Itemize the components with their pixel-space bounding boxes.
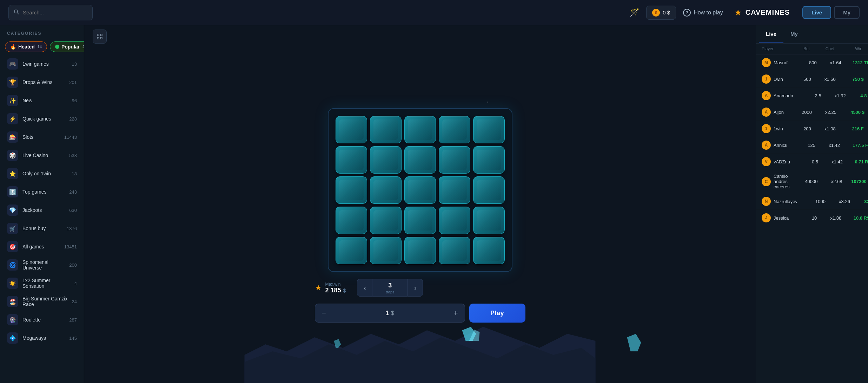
star-icon: ★ [315, 283, 322, 292]
sidebar-item-spinomenal[interactable]: 🌀 Spinomenal Universe 200 [0, 256, 84, 274]
sidebar-item-all-games[interactable]: 🎯 All games 13451 [0, 238, 84, 256]
my-tab-button[interactable]: My [834, 6, 860, 19]
grid-cell-12[interactable] [404, 176, 436, 204]
categories-label: CATEGORIES [0, 25, 84, 39]
sidebar-item-icon: 🎡 [7, 314, 18, 325]
leaderboard-tab-live[interactable]: Live [759, 25, 783, 43]
sidebar-item-icon: 🎮 [7, 58, 18, 70]
sidebar-item-1x2-summer[interactable]: ☀️ 1x2 Summer Sensation 4 [0, 274, 84, 292]
sidebar-item-roulette[interactable]: 🎡 Roulette 287 [0, 311, 84, 329]
grid-cell-20[interactable] [336, 237, 367, 264]
bet-decrease-button[interactable]: − [315, 304, 333, 323]
grid-cell-22[interactable] [404, 237, 436, 264]
sidebar-item-icon: 🏖️ [7, 296, 18, 307]
sidebar-item-megaways[interactable]: 💠 Megaways 145 [0, 329, 84, 347]
grid-cell-0[interactable] [336, 116, 367, 143]
lb-win: 4500 $ [836, 110, 864, 115]
balance-button[interactable]: $ 0 $ [646, 6, 676, 20]
grid-cell-18[interactable] [439, 207, 470, 234]
lb-bet: 200 [783, 126, 811, 131]
grid-cell-8[interactable] [439, 146, 470, 174]
sidebar-item-label: Drops & Wins [22, 79, 65, 85]
grid-cell-inner [442, 180, 467, 200]
grid-cell-3[interactable] [439, 116, 470, 143]
lb-win: 4.8 R$ [846, 93, 868, 98]
sidebar-item-big-summer[interactable]: 🏖️ Big Summer Gamzix Race 24 [0, 292, 84, 311]
sidebar-item-drops-wins[interactable]: 🏆 Drops & Wins 201 [0, 73, 84, 91]
grid-cell-19[interactable] [473, 207, 505, 234]
sidebar-item-icon: ✨ [7, 95, 18, 106]
grid-cell-23[interactable] [439, 237, 470, 264]
sidebar-item-label: 1x2 Summer Sensation [22, 278, 70, 289]
search-input[interactable] [23, 9, 87, 15]
grid-cell-10[interactable] [336, 176, 367, 204]
lb-bet: 40000 [790, 179, 818, 184]
traps-increase-button[interactable]: › [408, 279, 423, 297]
lb-win: 3260 $ [850, 199, 868, 204]
expand-button[interactable] [93, 30, 107, 44]
coin-icon: $ [652, 9, 660, 17]
live-tab-button[interactable]: Live [802, 6, 831, 19]
bet-increase-button[interactable]: + [447, 304, 465, 323]
sidebar-item-label: Jackpots [22, 207, 65, 213]
grid-cell-inner [339, 210, 364, 231]
sidebar-item-count: 630 [69, 208, 77, 213]
grid-cell-11[interactable] [370, 176, 402, 204]
grid-cell-1[interactable] [370, 116, 402, 143]
sidebar-item-icon: 🎰 [7, 131, 18, 143]
grid-cell-5[interactable] [336, 146, 367, 174]
grid-cell-17[interactable] [404, 207, 436, 234]
lb-win: 0.71 R$ [843, 159, 868, 164]
traps-decrease-button[interactable]: ‹ [357, 279, 372, 297]
svg-rect-2 [97, 34, 99, 36]
avatar: A [762, 91, 771, 100]
grid-cell-21[interactable] [370, 237, 402, 264]
lb-coef: x1.08 [817, 215, 841, 221]
sidebar-item-bonus-buy[interactable]: 🛒 Bonus buy 1376 [0, 219, 84, 238]
grid-cell-9[interactable] [473, 146, 505, 174]
grid-cell-4[interactable] [473, 116, 505, 143]
how-to-play-button[interactable]: ? How to play [683, 9, 723, 17]
grid-cell-24[interactable] [473, 237, 505, 264]
play-button[interactable]: Play [469, 304, 525, 323]
sidebar-item-slots[interactable]: 🎰 Slots 11443 [0, 128, 84, 146]
sidebar-item-label: Live Casino [22, 152, 65, 158]
sidebar-item-1win-games[interactable]: 🎮 1win games 13 [0, 55, 84, 73]
player-name: Annick [774, 143, 787, 148]
grid-cell-inner [408, 240, 432, 261]
sidebar-item-popular[interactable]: Popular 216 [50, 41, 84, 52]
sidebar-item-new[interactable]: ✨ New 96 [0, 91, 84, 110]
grid-cell-14[interactable] [473, 176, 505, 204]
grid-cell-6[interactable] [370, 146, 402, 174]
game-topbar [84, 25, 756, 48]
sidebar-item-top-games[interactable]: 🔝 Top games 243 [0, 183, 84, 201]
sidebar-item-quick-games[interactable]: ⚡ Quick games 228 [0, 110, 84, 128]
topbar: 🪄 $ 0 $ ? How to play ★ CAVEMINES Live M… [0, 0, 868, 25]
leaderboard-tab-my[interactable]: My [783, 25, 805, 43]
grid-cell-2[interactable] [404, 116, 436, 143]
sidebar-item-label: Only on 1win [22, 171, 68, 176]
grid-cell-7[interactable] [404, 146, 436, 174]
grid-cell-inner [477, 150, 501, 170]
lb-player: A Anamaria [762, 91, 793, 100]
sidebar-item-jackpots[interactable]: 💎 Jackpots 630 [0, 201, 84, 219]
sidebar-item-only-on-1win[interactable]: ⭐ Only on 1win 18 [0, 164, 84, 183]
avatar: 1 [762, 124, 771, 133]
search-box[interactable] [8, 5, 93, 20]
grid-cell-inner [339, 119, 364, 140]
wand-icon[interactable]: 🪄 [630, 8, 639, 17]
grid-cell-inner [339, 180, 364, 200]
sidebar-item-heated[interactable]: 🔥 Heated 14 [5, 41, 47, 52]
grid-cell-inner [339, 240, 364, 261]
sidebar-item-live-casino[interactable]: 🎲 Live Casino 538 [0, 146, 84, 164]
grid-cell-16[interactable] [370, 207, 402, 234]
traps-display: 3 traps [372, 279, 408, 297]
grid-cell-15[interactable] [336, 207, 367, 234]
grid-cell-13[interactable] [439, 176, 470, 204]
svg-rect-3 [100, 34, 102, 36]
tag-row: 🔥 Heated 14 Popular 216 [0, 39, 84, 55]
center-content: ★ Max.win 2 185 $ ‹ 3 [84, 25, 756, 383]
lb-win: 177.5 F [840, 143, 868, 148]
avatar: V [762, 157, 771, 166]
player-name: Masrafi [774, 60, 789, 65]
